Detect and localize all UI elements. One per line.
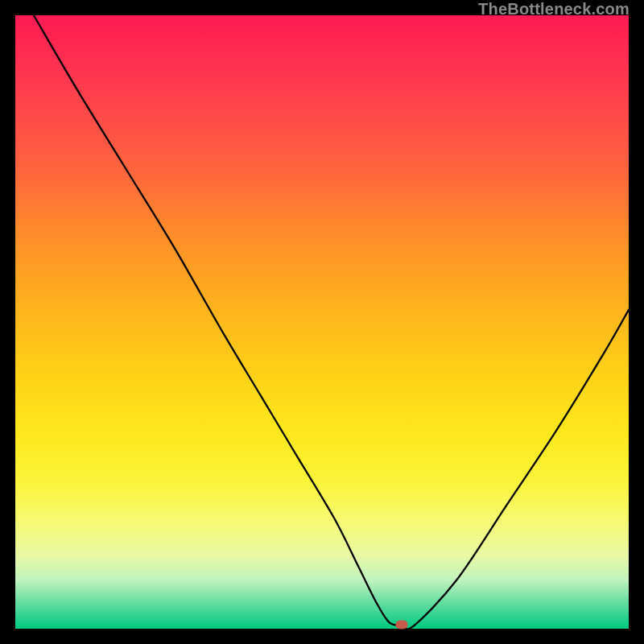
chart-frame: [0, 0, 644, 644]
watermark-text: TheBottleneck.com: [478, 0, 630, 19]
chart-marker-dot: [396, 620, 408, 629]
chart-line: [15, 15, 629, 629]
